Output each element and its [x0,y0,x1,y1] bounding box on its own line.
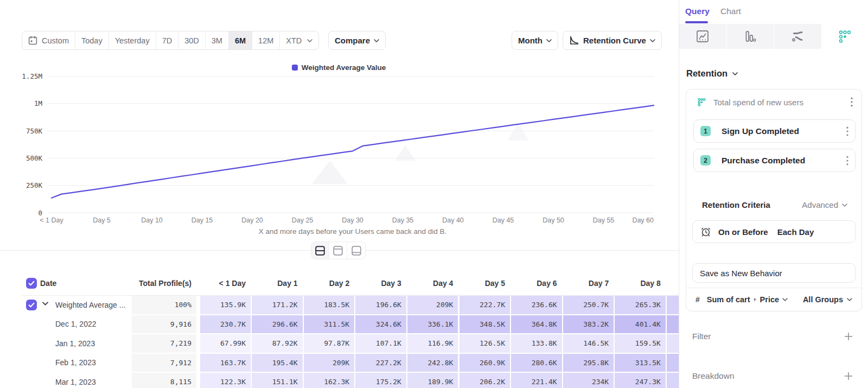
column-header-date[interactable]: Date [40,279,56,288]
row-checkbox[interactable] [26,300,37,310]
retention-value-cell[interactable]: 250.7K [563,296,614,314]
row-label[interactable]: Jan 1, 2023 [55,334,95,353]
criteria-mode-dropdown[interactable]: Advanced [802,200,847,209]
retention-value-cell[interactable]: 116.9K [407,334,458,353]
save-as-new-behavior-button[interactable]: Save as New Behavior [692,263,856,283]
retention-value-cell[interactable]: 383.2K [563,315,614,334]
report-type-funnels[interactable] [727,24,774,49]
compare-button[interactable]: Compare [328,31,386,50]
column-header[interactable]: Day 5 [459,273,510,296]
behavior-step-2[interactable]: 2Purchase Completed [693,149,856,172]
row-label[interactable]: Dec 1, 2022 [55,315,97,334]
retention-value-cell[interactable]: 265.3K [615,296,666,314]
behavior-step-1[interactable]: 1Sign Up Completed [693,119,856,143]
retention-value-cell[interactable]: 336.1K [407,315,458,334]
kebab-menu-icon[interactable] [846,156,848,166]
kebab-menu-icon[interactable] [846,126,848,136]
retention-value-cell[interactable]: 209K [304,354,355,372]
retention-value-cell[interactable]: 162.3K [304,373,355,388]
retention-value-cell[interactable]: 324.6K [355,315,406,334]
retention-value-cell[interactable]: 227.2K [355,354,406,372]
row-label[interactable]: Feb 1, 2023 [55,354,96,372]
date-range-7d[interactable]: 7D [156,31,179,49]
retention-value-cell[interactable]: 163.7K [200,354,251,372]
column-header[interactable]: Day 3 [355,273,406,296]
date-range-today[interactable]: Today [75,31,109,49]
column-header[interactable]: Day 6 [511,273,562,296]
retention-value-cell[interactable]: 280.6K [511,354,562,372]
report-type-retention[interactable] [822,24,868,49]
date-range-label: 6M [235,36,246,45]
retention-value-cell[interactable]: 247.3K [615,373,666,388]
report-section-selector[interactable]: Retention [686,68,738,79]
retention-value-cell[interactable]: 183.5K [304,296,355,314]
retention-value-cell[interactable]: 97.87K [304,334,355,353]
add-breakdown-icon[interactable] [844,372,853,380]
retention-value-cell[interactable]: 135.9K [200,296,251,314]
retention-value-cell[interactable]: 206.2K [459,373,510,388]
row-label[interactable]: Mar 1, 2023 [55,373,96,388]
retention-value-cell[interactable]: 401.4K [615,315,666,334]
measure-group-dropdown[interactable]: All Groups [803,295,852,304]
add-filter-icon[interactable] [844,332,853,341]
retention-value-cell[interactable]: 236.6K [511,296,562,314]
column-header[interactable]: Day 4 [407,273,458,296]
retention-value-cell[interactable]: 221.4K [511,373,562,388]
retention-value-cell[interactable]: 107.1K [355,334,406,353]
retention-value-cell[interactable]: 230.7K [200,315,251,334]
chart-type-button[interactable]: Retention Curve [563,31,662,50]
date-range-3m[interactable]: 3M [206,31,229,49]
column-header[interactable]: Day 1 [252,273,303,296]
retention-value-cell[interactable]: 195.4K [252,354,303,372]
total-profiles-cell: 8,115 [132,373,196,388]
retention-value-cell[interactable]: 260.9K [459,354,510,372]
retention-value-cell[interactable]: 242.8K [407,354,458,372]
layout-split-button[interactable] [311,242,329,259]
column-header[interactable]: < 1 Day [200,273,251,296]
date-range-30d[interactable]: 30D [178,31,206,49]
retention-value-cell[interactable]: 196.6K [355,296,406,314]
measure-property-dropdown[interactable]: Sum of cart Price [707,295,788,304]
retention-value-cell[interactable]: 222.7K [459,296,510,314]
report-type-flows[interactable] [774,24,821,49]
column-header[interactable]: Day 7 [563,273,614,296]
row-label[interactable]: Weighted Average ... [55,296,125,314]
date-range-12m[interactable]: 12M [252,31,280,49]
retention-value-cell[interactable]: 175.2K [355,373,406,388]
date-range-xtd[interactable]: XTD [280,31,318,49]
retention-value-cell[interactable]: 171.2K [252,296,303,314]
date-range-yesterday[interactable]: Yesterday [109,31,156,49]
retention-value-cell[interactable]: 313.5K [615,354,666,372]
layout-chart-button[interactable] [347,242,365,259]
layout-table-button[interactable] [329,242,347,259]
retention-value-cell[interactable]: 133.8K [511,334,562,353]
retention-value-cell[interactable]: 126.5K [459,334,510,353]
sidebar-tab-chart[interactable]: Chart [720,7,741,16]
retention-value-cell[interactable]: 159.5K [615,334,666,353]
column-header[interactable]: Day 2 [304,273,355,296]
row-expand-chevron-icon[interactable] [42,302,48,306]
retention-value-cell[interactable]: 364.8K [511,315,562,334]
granularity-button[interactable]: Month [512,31,558,50]
kebab-menu-icon[interactable] [851,97,853,107]
retention-when-row[interactable]: On or Before Each Day [692,220,856,243]
retention-value-cell[interactable]: 348.5K [459,315,510,334]
select-all-checkbox[interactable] [26,278,37,289]
retention-value-cell[interactable]: 87.92K [252,334,303,353]
retention-value-cell[interactable]: 67.99K [200,334,251,353]
retention-value-cell[interactable]: 311.5K [304,315,355,334]
column-header[interactable]: Total Profile(s) [132,273,196,296]
retention-value-cell[interactable]: 234K [563,373,614,388]
retention-value-cell[interactable]: 295.8K [563,354,614,372]
column-header[interactable]: Day 8 [615,273,666,296]
sidebar-tab-query[interactable]: Query [685,7,710,16]
date-range-custom[interactable]: Custom [22,31,75,49]
retention-value-cell[interactable]: 189.9K [407,373,458,388]
retention-value-cell[interactable]: 151.1K [252,373,303,388]
retention-value-cell[interactable]: 209K [407,296,458,314]
retention-value-cell[interactable]: 122.3K [200,373,251,388]
retention-value-cell[interactable]: 146.5K [563,334,614,353]
report-type-insights[interactable] [679,24,726,49]
date-range-6m[interactable]: 6M [229,31,252,49]
retention-value-cell[interactable]: 296.6K [252,315,303,334]
